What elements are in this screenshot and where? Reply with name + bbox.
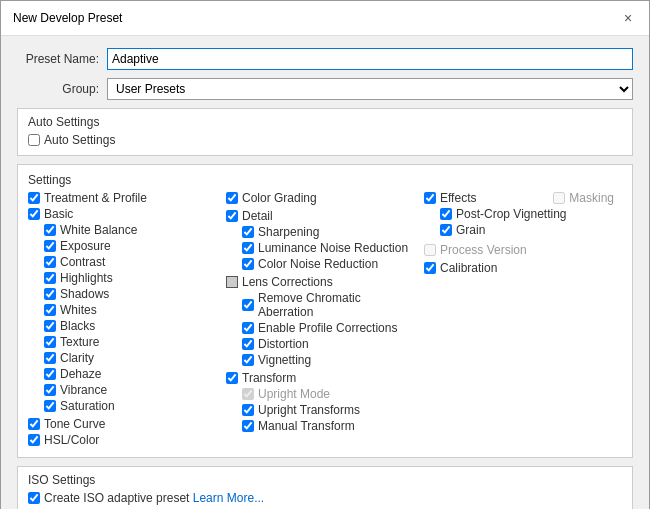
auto-settings-label: Auto Settings [44,133,115,147]
hsl-label: HSL/Color [44,433,99,447]
dialog-body: Preset Name: Group: User Presets Auto Se… [1,36,649,509]
close-button[interactable]: × [619,9,637,27]
manual-transform-label: Manual Transform [258,419,355,433]
remove-ca-checkbox[interactable] [242,299,254,311]
shadows-checkbox[interactable] [44,288,56,300]
transform-label: Transform [242,371,296,385]
title-bar: New Develop Preset × [1,1,649,36]
color-noise-row: Color Noise Reduction [226,257,416,271]
shadows-label: Shadows [60,287,109,301]
luminance-row: Luminance Noise Reduction [226,241,416,255]
exposure-row: Exposure [28,239,218,253]
upright-mode-checkbox[interactable] [242,388,254,400]
color-grading-label: Color Grading [242,191,317,205]
remove-ca-label: Remove Chromatic Aberration [258,291,416,319]
lens-corrections-label: Lens Corrections [242,275,333,289]
saturation-row: Saturation [28,399,218,413]
texture-checkbox[interactable] [44,336,56,348]
clarity-label: Clarity [60,351,94,365]
upright-transforms-row: Upright Transforms [226,403,416,417]
treatment-row: Treatment & Profile [28,191,218,205]
preset-name-row: Preset Name: [17,48,633,70]
vibrance-row: Vibrance [28,383,218,397]
transform-checkbox[interactable] [226,372,238,384]
blacks-checkbox[interactable] [44,320,56,332]
distortion-checkbox[interactable] [242,338,254,350]
tone-curve-checkbox[interactable] [28,418,40,430]
lens-corrections-row: Lens Corrections [226,275,416,289]
hsl-row: HSL/Color [28,433,218,447]
exposure-checkbox[interactable] [44,240,56,252]
blacks-row: Blacks [28,319,218,333]
treatment-checkbox[interactable] [28,192,40,204]
detail-row: Detail [226,209,416,223]
clarity-row: Clarity [28,351,218,365]
highlights-checkbox[interactable] [44,272,56,284]
dehaze-checkbox[interactable] [44,368,56,380]
detail-label: Detail [242,209,273,223]
effects-label: Effects [440,191,476,205]
grain-checkbox[interactable] [440,224,452,236]
dehaze-row: Dehaze [28,367,218,381]
sharpening-checkbox[interactable] [242,226,254,238]
effects-checkbox[interactable] [424,192,436,204]
grain-row: Grain [424,223,614,237]
enable-profile-row: Enable Profile Corrections [226,321,416,335]
upright-transforms-checkbox[interactable] [242,404,254,416]
sharpening-label: Sharpening [258,225,319,239]
highlights-row: Highlights [28,271,218,285]
preset-name-input[interactable] [107,48,633,70]
saturation-checkbox[interactable] [44,400,56,412]
white-balance-checkbox[interactable] [44,224,56,236]
basic-row: Basic [28,207,218,221]
manual-transform-row: Manual Transform [226,419,416,433]
whites-label: Whites [60,303,97,317]
clarity-checkbox[interactable] [44,352,56,364]
basic-checkbox[interactable] [28,208,40,220]
tone-curve-row: Tone Curve [28,417,218,431]
post-crop-label: Post-Crop Vignetting [456,207,567,221]
detail-checkbox[interactable] [226,210,238,222]
highlights-label: Highlights [60,271,113,285]
enable-profile-checkbox[interactable] [242,322,254,334]
contrast-checkbox[interactable] [44,256,56,268]
settings-col3: Effects Masking Post-Crop Vignetting G [424,191,622,449]
settings-col2: Color Grading Detail Sharpening Luminanc… [226,191,424,449]
contrast-row: Contrast [28,255,218,269]
process-version-label: Process Version [440,243,527,257]
auto-settings-checkbox[interactable] [28,134,40,146]
create-iso-checkbox[interactable] [28,492,40,504]
vignetting-checkbox[interactable] [242,354,254,366]
dialog-window: New Develop Preset × Preset Name: Group:… [0,0,650,509]
whites-checkbox[interactable] [44,304,56,316]
iso-settings-section: ISO Settings Create ISO adaptive preset … [17,466,633,509]
calibration-checkbox[interactable] [424,262,436,274]
texture-row: Texture [28,335,218,349]
sharpening-row: Sharpening [226,225,416,239]
learn-more-link[interactable]: Learn More... [193,491,264,505]
post-crop-checkbox[interactable] [440,208,452,220]
manual-transform-checkbox[interactable] [242,420,254,432]
group-select[interactable]: User Presets [107,78,633,100]
hsl-checkbox[interactable] [28,434,40,446]
effects-row: Effects [424,191,476,205]
vibrance-checkbox[interactable] [44,384,56,396]
white-balance-row: White Balance [28,223,218,237]
create-iso-label: Create ISO adaptive preset [44,491,189,505]
upright-mode-row: Upright Mode [226,387,416,401]
iso-settings-title: ISO Settings [28,473,622,487]
process-version-checkbox[interactable] [424,244,436,256]
preset-name-label: Preset Name: [17,52,107,66]
color-grading-checkbox[interactable] [226,192,238,204]
luminance-checkbox[interactable] [242,242,254,254]
auto-settings-title: Auto Settings [28,115,622,129]
masking-checkbox[interactable] [553,192,565,204]
vibrance-label: Vibrance [60,383,107,397]
treatment-label: Treatment & Profile [44,191,147,205]
group-label: Group: [17,82,107,96]
tone-curve-label: Tone Curve [44,417,105,431]
enable-profile-label: Enable Profile Corrections [258,321,397,335]
lens-corrections-partial-icon [226,276,238,288]
color-noise-checkbox[interactable] [242,258,254,270]
create-iso-row: Create ISO adaptive preset Learn More... [28,491,622,505]
